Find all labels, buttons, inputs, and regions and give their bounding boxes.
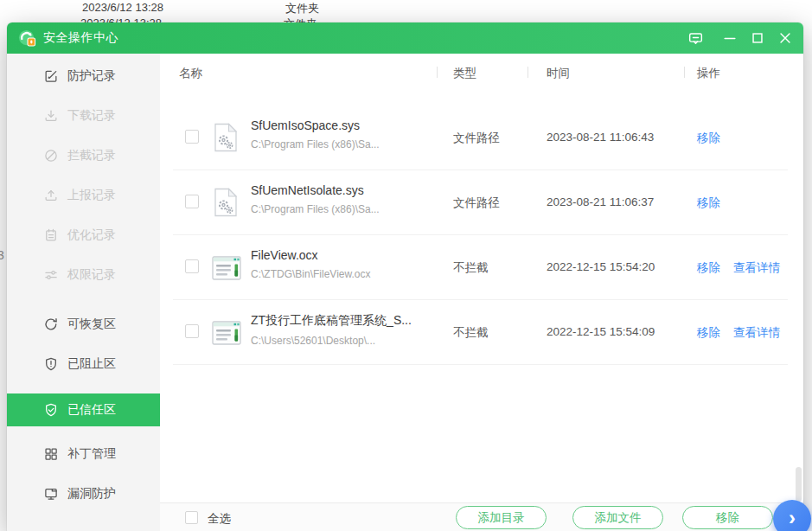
column-divider [684,67,685,78]
scrollbar-thumb[interactable] [796,467,802,502]
row-time: 2022-12-15 15:54:20 [547,260,655,273]
sidebar-item-permission-records[interactable]: 权限记录 [7,255,160,295]
remove-link[interactable]: 移除 [697,260,720,276]
sys-file-icon [214,188,238,217]
add-file-button[interactable]: 添加文件 [572,506,663,529]
sidebar-item-trusted-zone[interactable]: 已信任区 [7,393,160,426]
window-title: 安全操作中心 [43,30,118,46]
shield-alert-icon [43,356,59,372]
sliders-icon [43,267,59,283]
row-actions: 移除 [697,195,720,211]
close-icon[interactable] [776,29,794,48]
remove-link[interactable]: 移除 [697,131,720,146]
view-details-link[interactable]: 查看详情 [733,325,780,341]
file-name: ZT投行工作底稿管理系统_S... [251,313,412,329]
table-row[interactable]: ZT投行工作底稿管理系统_S... C:\Users\52601\Desktop… [160,300,803,365]
table-row[interactable]: FileView.ocx C:\ZTDG\Bin\FileView.ocx 不拦… [160,235,803,300]
row-checkbox[interactable] [185,324,199,338]
bg-file-type: 文件夹 [285,1,319,16]
shield-check-icon [43,402,59,418]
next-step-fab[interactable]: › [773,500,811,531]
security-center-window: 安全操作中心 [7,22,803,531]
sidebar-item-label: 防护记录 [67,68,116,84]
sidebar-item-vulnerability-protection[interactable]: 漏洞防护 [7,474,160,514]
screen: 2023/6/12 13:28 文件夹 2023/6/12 13:28 文件夹 … [0,0,812,531]
bg-modified-date: 2023/6/12 13:28 [82,1,163,14]
row-type: 文件路径 [453,131,500,146]
row-type: 不拦截 [453,325,489,341]
trusted-zone-panel: 名称 类型 时间 操作 [160,54,803,531]
file-path: C:\ZTDG\Bin\FileView.ocx [251,268,370,280]
chevron-right-icon: › [789,506,796,530]
sidebar-item-label: 漏洞防护 [67,486,116,502]
file-path: C:\Program Files (x86)\Sa... [251,138,380,150]
row-actions: 移除 查看详情 [697,325,780,341]
sidebar-item-label: 下载记录 [67,108,116,124]
refresh-icon [43,317,59,332]
row-type: 文件路径 [453,195,500,211]
sidebar-item-blocked-zone[interactable]: 已阻止区 [7,344,160,384]
row-actions: 移除 [697,131,720,146]
row-checkbox[interactable] [185,195,199,208]
sidebar-item-download-records[interactable]: 下载记录 [7,96,160,136]
table-row[interactable]: SfUemNetIsolate.sys C:\Program Files (x8… [160,170,803,235]
table-body: SfUemIsoSpace.sys C:\Program Files (x86)… [160,91,803,365]
clipboard-icon [43,227,59,243]
sidebar-item-protection-records[interactable]: 防护记录 [7,56,160,96]
sidebar-item-label: 可恢复区 [67,317,116,332]
column-header-name: 名称 [179,66,202,81]
view-details-link[interactable]: 查看详情 [733,260,780,276]
remove-button[interactable]: 移除 [682,506,773,529]
sidebar-item-label: 已信任区 [67,402,116,418]
table-header: 名称 类型 时间 操作 [160,54,803,91]
column-header-type: 类型 [453,66,476,81]
file-path: C:\Program Files (x86)\Sa... [251,203,380,215]
sidebar-item-label: 补丁管理 [67,446,116,462]
minimize-icon[interactable] [720,29,738,48]
sidebar: 防护记录 下载记录 [7,54,160,531]
ocx-file-icon [212,321,241,345]
sidebar-item-label: 拦截记录 [67,148,116,163]
titlebar[interactable]: 安全操作中心 [7,22,803,54]
column-divider [527,67,528,78]
select-all-label: 全选 [208,511,231,527]
row-checkbox[interactable] [185,259,199,273]
row-time: 2023-08-21 11:06:37 [547,195,654,208]
column-divider [437,67,438,78]
sidebar-item-intercept-records[interactable]: 拦截记录 [7,136,160,176]
column-header-actions: 操作 [697,66,720,81]
row-actions: 移除 查看详情 [697,260,780,276]
sidebar-item-label: 已阻止区 [67,356,116,372]
file-path: C:\Users\52601\Desktop\... [251,335,412,347]
sidebar-item-optimize-records[interactable]: 优化记录 [7,215,160,255]
background-partial-text: 3 [0,248,4,262]
remove-link[interactable]: 移除 [697,325,720,341]
row-checkbox[interactable] [185,130,199,144]
maximize-icon[interactable] [748,29,766,48]
sidebar-item-patch-management[interactable]: 补丁管理 [7,434,160,474]
download-icon [43,108,59,124]
sidebar-group-divider [7,295,160,304]
sidebar-item-report-records[interactable]: 上报记录 [7,176,160,215]
sidebar-item-label: 优化记录 [67,227,116,243]
column-header-time: 时间 [547,66,570,81]
remove-link[interactable]: 移除 [697,195,720,211]
monitor-icon [43,486,59,502]
grid-icon [43,446,59,462]
edit-record-icon [43,68,59,84]
file-name: SfUemNetIsolate.sys [251,183,380,197]
sidebar-item-recoverable-zone[interactable]: 可恢复区 [7,304,160,344]
background-file-row[interactable]: 2023/6/12 13:28 文件夹 [82,1,163,14]
feedback-bubble-icon[interactable] [687,29,705,48]
row-time: 2022-12-15 15:54:09 [547,325,655,338]
add-directory-button[interactable]: 添加目录 [456,506,547,529]
select-all-checkbox[interactable] [185,511,198,524]
upload-icon [43,188,59,203]
file-name: FileView.ocx [251,248,370,262]
file-name: SfUemIsoSpace.sys [251,118,380,132]
block-icon [43,148,59,163]
app-logo-icon [18,29,36,48]
sidebar-item-label: 权限记录 [67,267,116,283]
footer-bar: 全选 添加目录 添加文件 移除 [160,502,803,531]
table-row[interactable]: SfUemIsoSpace.sys C:\Program Files (x86)… [160,106,803,170]
